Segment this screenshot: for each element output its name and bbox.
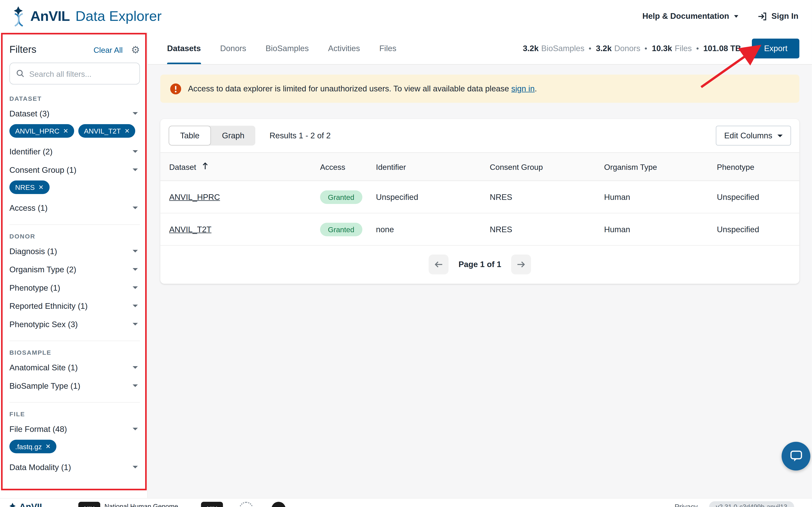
table-view-button[interactable]: Table [169,126,211,146]
view-toggle: Table Graph [169,126,255,146]
privacy-link[interactable]: Privacy [674,503,698,507]
results-count: Results 1 - 2 of 2 [269,131,331,140]
filter-chip-label: .fastq.gz [15,443,42,450]
access-granted-badge: Granted [320,190,362,204]
footer-anvil-logo[interactable]: AnVIL [8,502,45,507]
filter-chip[interactable]: .fastq.gz✕ [9,440,56,453]
chevron-down-icon [133,366,138,369]
column-header-label: Access [320,163,345,171]
column-header-label: Consent Group [490,163,543,171]
cell-access: Granted [320,213,376,245]
chevron-down-icon [734,15,738,17]
sort-ascending-icon[interactable] [202,162,208,170]
previous-page-button[interactable] [429,255,449,274]
arrow-left-icon [434,261,444,269]
edit-columns-label: Edit Columns [724,131,772,140]
clear-all-button[interactable]: Clear All [94,45,123,54]
gear-icon[interactable]: ⚙ [131,45,140,55]
filter-item[interactable]: Reported Ethnicity (1) [9,297,140,315]
filter-chip[interactable]: ANVIL_HPRC✕ [9,124,74,138]
column-header[interactable]: Dataset [160,153,320,181]
filter-chip[interactable]: NRES✕ [9,180,49,194]
chat-button[interactable] [782,442,811,471]
remove-filter-icon[interactable]: ✕ [124,127,130,134]
chevron-down-icon [133,323,138,326]
filter-item-label: Access (1) [9,203,48,213]
next-page-button[interactable] [511,255,531,274]
filters-header: Filters Clear All ⚙ [9,40,140,59]
brand-name: AnVIL [30,8,70,24]
help-documentation-menu[interactable]: Help & Documentation [643,11,738,21]
tab-label: Files [379,44,396,53]
dataset-link[interactable]: ANVIL_T2T [169,225,211,233]
sign-in-link[interactable]: sign in [511,84,535,93]
cell-phenotype: Unspecified [717,213,800,245]
chevron-down-icon [133,304,138,307]
stat-value: 10.3k [652,44,672,53]
chevron-down-icon [133,466,138,469]
graph-view-button[interactable]: Graph [211,126,255,146]
tab-activities[interactable]: Activities [328,32,360,64]
filter-item[interactable]: Data Modality (1) [9,458,140,476]
cell-value: none [376,225,394,233]
sign-in-button[interactable]: Sign In [757,11,799,21]
filter-item[interactable]: BioSample Type (1) [9,377,140,395]
filter-chip-label: ANVIL_HPRC [15,127,59,135]
filter-item[interactable]: File Format (48) [9,420,140,438]
cell-identifier: Unspecified [376,181,490,213]
cell-value: Unspecified [717,225,759,233]
filter-item[interactable]: Access (1) [9,199,140,217]
nih-logo[interactable]: NIH [78,502,100,507]
filter-item[interactable]: Diagnosis (1) [9,242,140,261]
results-toolbar: Table Graph Results 1 - 2 of 2 Edit Colu… [160,119,800,152]
search-input[interactable] [29,69,133,78]
bullet-separator [589,47,591,49]
stat-value: 101.08 TB [703,44,741,53]
filter-item[interactable]: Phenotypic Sex (3) [9,315,140,333]
summary-stat: 10.3kFiles [652,44,692,53]
usa-gov-logo[interactable]: usa [271,502,286,507]
filter-chip[interactable]: ANVIL_T2T✕ [78,124,136,138]
results-card: Table Graph Results 1 - 2 of 2 Edit Colu… [160,119,800,284]
brand[interactable]: AnVIL Data Explorer [9,6,162,27]
filter-item-label: BioSample Type (1) [9,381,81,390]
tab-donors[interactable]: Donors [220,32,246,64]
chevron-down-icon [133,207,138,209]
stat-value: 3.2k [596,44,611,53]
tab-biosamples[interactable]: BioSamples [265,32,309,64]
filter-item[interactable]: Identifier (2) [9,143,140,161]
chevron-down-icon [777,134,783,137]
filter-item[interactable]: Consent Group (1) [9,161,140,179]
filter-chip-label: ANVIL_T2T [84,127,121,135]
search-icon [16,69,24,78]
bullet-separator [697,47,699,49]
filter-item-label: Reported Ethnicity (1) [9,301,88,311]
anvil-star-icon [8,503,17,507]
tab-label: Activities [328,44,360,53]
tab-files[interactable]: Files [379,32,396,64]
filter-item-label: Data Modality (1) [9,462,71,472]
cell-identifier: none [376,213,490,245]
cell-value: NRES [490,192,512,201]
dataset-link[interactable]: ANVIL_HPRC [169,192,220,201]
nih-logo[interactable]: NIH [201,502,223,507]
header: AnVIL Data Explorer Help & Documentation… [0,0,812,32]
table-row: ANVIL_HPRCGrantedUnspecifiedNRESHumanUns… [160,181,800,213]
cell-consent_group: NRES [490,213,604,245]
filter-item[interactable]: Phenotype (1) [9,279,140,297]
main-area: DatasetsDonorsBioSamplesActivitiesFiles … [148,32,812,507]
remove-filter-icon[interactable]: ✕ [63,127,68,134]
filter-search-box[interactable] [9,63,140,84]
edit-columns-button[interactable]: Edit Columns [716,126,791,146]
filter-item[interactable]: Anatomical Site (1) [9,358,140,377]
filter-item[interactable]: Dataset (3) [9,104,140,123]
remove-filter-icon[interactable]: ✕ [46,443,51,450]
remove-filter-icon[interactable]: ✕ [39,184,44,191]
app: AnVIL Data Explorer Help & Documentation… [0,0,812,507]
export-button[interactable]: Export [752,38,800,58]
tab-datasets[interactable]: Datasets [167,32,201,64]
filter-item[interactable]: Organism Type (2) [9,261,140,279]
filter-item-label: Identifier (2) [9,147,53,156]
cell-organism_type: Human [604,213,717,245]
cell-value: Unspecified [717,192,759,201]
